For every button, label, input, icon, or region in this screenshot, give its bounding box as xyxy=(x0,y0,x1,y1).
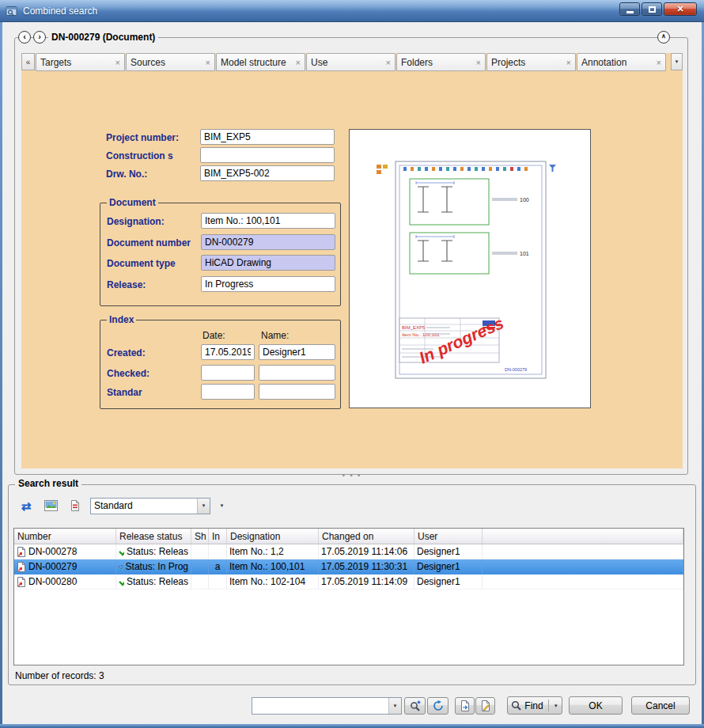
tab-targets[interactable]: Targets× xyxy=(36,53,125,71)
preview-image-button[interactable] xyxy=(41,497,60,514)
standard-name-input[interactable] xyxy=(259,384,335,400)
filler-cell xyxy=(483,574,683,590)
index-cell xyxy=(209,544,227,559)
checked-label: Checked: xyxy=(107,368,150,379)
construction-section-input[interactable] xyxy=(200,147,335,163)
preview-drawing: 100 101 B xyxy=(350,130,590,408)
collapse-button[interactable]: ∧ xyxy=(657,31,670,44)
sync-arrows-icon: ⇄ xyxy=(21,500,32,512)
document-group-title: Document xyxy=(107,197,158,208)
construction-section-label: Construction s xyxy=(106,150,173,161)
project-number-input[interactable] xyxy=(200,129,335,145)
document-number-field[interactable] xyxy=(201,234,335,250)
result-row[interactable]: DN-000280 Status: Releas Item No.: 102-1… xyxy=(14,574,683,590)
close-icon: ✕ xyxy=(676,5,683,13)
result-row[interactable]: DN-000278 Status: Releas Item No.: 1,2 1… xyxy=(14,544,683,559)
edit-document-button[interactable] xyxy=(475,697,495,715)
ok-button[interactable]: OK xyxy=(569,696,623,715)
document-number-label: Document number xyxy=(107,237,191,248)
tab-folders[interactable]: Folders× xyxy=(396,53,486,71)
tab-model-structure[interactable]: Model structure× xyxy=(216,53,305,71)
column-header-designation[interactable]: Designation xyxy=(227,529,319,544)
preset-menu-arrow-icon: ▼ xyxy=(220,503,225,508)
tab-use[interactable]: Use× xyxy=(306,53,396,71)
created-name-input[interactable] xyxy=(259,344,335,360)
cancel-button[interactable]: Cancel xyxy=(631,696,690,715)
scroll-left-icon: « xyxy=(26,58,31,66)
column-header-user[interactable]: User xyxy=(414,529,483,544)
titleblock-project-text: BIM_EXP5 xyxy=(402,325,426,330)
tab-overflow-button[interactable]: ▼ xyxy=(671,53,683,70)
created-label: Created: xyxy=(107,347,146,358)
window-frame-bottom xyxy=(0,724,704,728)
tab-close-icon[interactable]: × xyxy=(296,58,301,67)
nav-forward-button[interactable]: › xyxy=(33,31,46,44)
tab-scroll-left-button[interactable]: « xyxy=(21,53,35,70)
number-cell: DN-000279 xyxy=(14,559,116,574)
maximize-button[interactable] xyxy=(642,2,662,16)
tab-annotation[interactable]: Annotation× xyxy=(577,53,666,71)
user-cell: Designer1 xyxy=(414,559,483,574)
combo-arrow-icon: ▼ xyxy=(197,499,210,514)
column-header-number[interactable]: Number xyxy=(14,529,116,544)
preview-doc-number: DN-000279 xyxy=(505,367,527,372)
tab-sources[interactable]: Sources× xyxy=(126,53,215,71)
tab-close-icon[interactable]: × xyxy=(657,58,661,67)
checked-date-input[interactable] xyxy=(201,365,255,381)
index-cell xyxy=(209,574,227,590)
result-row-selected[interactable]: DN-000279 Status: In Prog a Item No.: 10… xyxy=(14,559,683,574)
checked-name-input[interactable] xyxy=(259,365,335,381)
tab-close-icon[interactable]: × xyxy=(386,58,391,67)
sheet-cell xyxy=(191,574,209,590)
search-mask-panel: « Targets× Sources× Model structure× Use… xyxy=(21,53,683,468)
drw-no-input[interactable] xyxy=(200,165,335,181)
result-preset-combobox[interactable]: Standard ▼ xyxy=(90,498,210,514)
filler-cell xyxy=(483,544,683,559)
tab-close-icon[interactable]: × xyxy=(206,58,210,67)
panel-splitter[interactable]: • • • xyxy=(320,472,384,480)
standard-date-input[interactable] xyxy=(201,384,255,400)
date-column-header: Date: xyxy=(202,330,225,341)
value-combobox[interactable]: ▼ xyxy=(252,697,402,715)
designation-cell: Item No.: 100,101 xyxy=(227,559,319,574)
number-cell: DN-000280 xyxy=(14,574,116,590)
designation-input[interactable] xyxy=(201,213,335,229)
index-group-title: Index xyxy=(107,314,136,325)
report-icon xyxy=(70,500,80,511)
load-document-button[interactable] xyxy=(455,697,475,715)
back-icon: ‹ xyxy=(23,32,26,41)
tab-label: Sources xyxy=(131,57,204,68)
update-button[interactable] xyxy=(427,697,449,715)
tab-close-icon[interactable]: × xyxy=(476,58,481,67)
new-search-button[interactable] xyxy=(404,697,426,715)
image-icon xyxy=(44,500,58,511)
close-button[interactable]: ✕ xyxy=(664,2,697,16)
tab-label: Use xyxy=(311,57,384,68)
release-input[interactable] xyxy=(201,276,335,292)
column-header-changed-on[interactable]: Changed on xyxy=(319,529,414,544)
standard-label: Standar xyxy=(107,387,142,398)
name-column-header: Name: xyxy=(261,330,289,341)
release-label: Release: xyxy=(107,279,146,290)
tab-close-icon[interactable]: × xyxy=(115,58,120,67)
find-dropdown-icon[interactable]: ▼ xyxy=(554,703,558,708)
refresh-results-button[interactable]: ⇄ xyxy=(17,497,36,514)
find-button[interactable]: Find ▼ xyxy=(507,696,562,715)
minimize-icon xyxy=(626,11,634,13)
tab-close-icon[interactable]: × xyxy=(566,58,571,67)
document-type-field[interactable] xyxy=(201,255,335,271)
report-button[interactable] xyxy=(66,497,85,514)
filter-icon xyxy=(549,165,556,172)
created-date-input[interactable] xyxy=(201,344,255,360)
minimize-button[interactable] xyxy=(619,2,640,16)
column-header-sheet[interactable]: Sh xyxy=(191,529,209,544)
column-header-index[interactable]: In xyxy=(209,529,227,544)
nav-back-button[interactable]: ‹ xyxy=(18,31,31,44)
preset-menu-button[interactable]: ▼ xyxy=(216,497,228,514)
sheet-cell xyxy=(191,559,209,574)
tab-projects[interactable]: Projects× xyxy=(486,53,576,71)
released-check-icon xyxy=(119,547,124,556)
changed-on-cell: 17.05.2019 11:30:31 xyxy=(319,559,414,574)
column-header-release-status[interactable]: Release status xyxy=(116,529,191,544)
in-progress-icon xyxy=(119,562,123,572)
